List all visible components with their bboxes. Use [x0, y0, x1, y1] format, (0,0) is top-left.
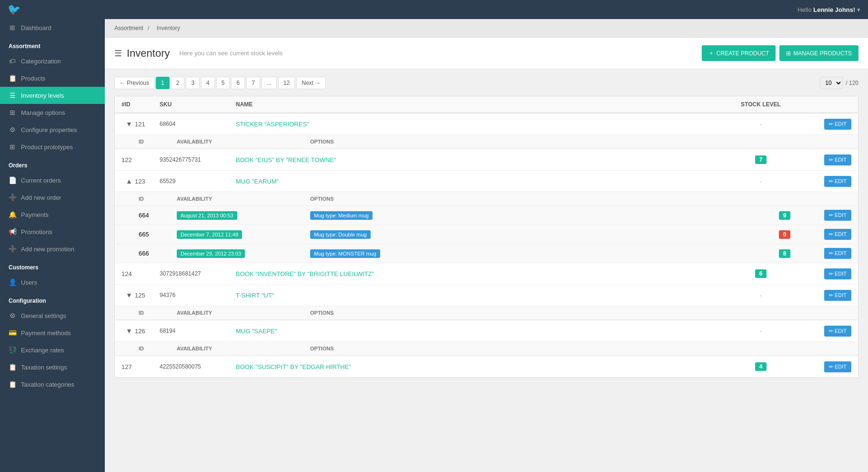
page-btn-12[interactable]: 12: [278, 77, 295, 89]
product-name-124[interactable]: BOOK "INVENTORE" BY "BRIGITTE LUEILWITZ": [236, 270, 718, 277]
expand-btn-126[interactable]: ▼: [123, 325, 135, 337]
sidebar-item-taxation-settings[interactable]: 📋Taxation settings: [0, 359, 105, 376]
product-name-123[interactable]: MUG "EARUM": [236, 178, 718, 185]
sidebar-item-payments[interactable]: 🔔Payments: [0, 206, 105, 223]
edit-button-127[interactable]: ✏ EDIT: [824, 361, 851, 372]
top-bar: 🐦 Hello Lennie Johns! ▾: [0, 0, 868, 19]
breadcrumb: Assortment / Inventory: [105, 19, 868, 38]
user-greeting: Hello Lennie Johns! ▾: [797, 6, 860, 13]
product-main-127: 127 4225520580075 BOOK "SUSCIPIT" BY "ED…: [115, 356, 858, 377]
sub-header-126: ID AVAILABILITY OPTIONS: [115, 342, 858, 356]
stock-level-122: 7: [718, 155, 804, 164]
edit-col-123: ✏ EDIT: [804, 176, 851, 187]
sidebar-item-general-settings[interactable]: ⚙General settings: [0, 307, 105, 324]
edit-button-121[interactable]: ✏ EDIT: [824, 119, 851, 130]
product-main-125: ▼ 125 94376 T-SHIRT "UT" - ✏ EDIT: [115, 285, 858, 306]
sidebar-item-taxation-categories[interactable]: 📋Taxation categories: [0, 376, 105, 393]
sidebar-icon-product-prototypes: ⊞: [9, 143, 16, 151]
edit-button-124[interactable]: ✏ EDIT: [824, 268, 851, 279]
expand-btn-125[interactable]: ▼: [123, 289, 135, 301]
edit-button-123[interactable]: ✏ EDIT: [824, 176, 851, 187]
product-name-126[interactable]: MUG "SAEPE": [236, 328, 718, 335]
prev-page-button[interactable]: ← Previous: [114, 77, 154, 89]
sidebar-item-product-prototypes[interactable]: ⊞Product prototypes: [0, 138, 105, 155]
edit-button-666[interactable]: ✏ EDIT: [824, 248, 851, 259]
product-id-125: ▼ 125: [121, 289, 160, 301]
sidebar-item-add-new-promotion[interactable]: ➕Add new promotion: [0, 240, 105, 257]
list-item: 665 December 7, 2012 11:48 Mug type: Dou…: [115, 225, 858, 244]
sidebar-icon-promotions: 📢: [9, 228, 16, 236]
sidebar-item-current-orders[interactable]: 📄Current orders: [0, 172, 105, 189]
page-btn-2[interactable]: 2: [171, 77, 185, 89]
sidebar-item-dashboard[interactable]: ⊞Dashboard: [0, 19, 105, 36]
sidebar-item-promotions[interactable]: 📢Promotions: [0, 223, 105, 240]
product-main-126: ▼ 126 68194 MUG "SAEPE" - ✏ EDIT: [115, 320, 858, 341]
table-row: ▼ 125 94376 T-SHIRT "UT" - ✏ EDIT ID: [115, 285, 858, 320]
per-page-select[interactable]: 10 25 50: [820, 77, 843, 89]
page-btn-7[interactable]: 7: [246, 77, 260, 89]
sub-stock-666: 8: [766, 249, 804, 258]
sidebar-icon-configure-properties: ⚙: [9, 126, 16, 133]
sub-header-123: ID AVAILABILITY OPTIONS: [115, 192, 858, 206]
edit-button-122[interactable]: ✏ EDIT: [824, 154, 851, 165]
page-btn-4[interactable]: 4: [201, 77, 215, 89]
sub-edit-665: ✏ EDIT: [804, 229, 851, 240]
sidebar-icon-taxation-categories: 📋: [9, 380, 16, 388]
sub-id-665: 665: [139, 231, 177, 238]
stock-level-124: 6: [718, 269, 804, 278]
sidebar-label-exchange-rates: Exchange rates: [21, 347, 64, 354]
sub-stock-664: 9: [766, 211, 804, 220]
sidebar-label-payment-methods: Payment methods: [21, 329, 71, 337]
sidebar-label-categorization: Categorization: [21, 58, 61, 65]
product-name-122[interactable]: BOOK "EIUS" BY "RENEE TOWNE": [236, 156, 718, 164]
edit-col-121: ✏ EDIT: [804, 119, 851, 130]
sidebar-item-configure-properties[interactable]: ⚙Configure properties: [0, 121, 105, 138]
edit-button-126[interactable]: ✏ EDIT: [824, 326, 851, 337]
product-name-121[interactable]: STICKER "ASPERIORES": [236, 121, 718, 128]
col-id: #ID: [121, 101, 160, 108]
sidebar-icon-dashboard: ⊞: [9, 24, 16, 31]
sidebar-icon-general-settings: ⚙: [9, 312, 16, 319]
sidebar-item-exchange-rates[interactable]: 💱Exchange rates: [0, 341, 105, 359]
header-actions: ＋ CREATE PRODUCT ⊞ MANAGE PRODUCTS: [702, 45, 858, 61]
next-page-button[interactable]: Next →: [296, 77, 326, 89]
total-count: / 120: [846, 80, 858, 86]
edit-col-127: ✏ EDIT: [804, 361, 851, 372]
page-btn-3[interactable]: 3: [186, 77, 200, 89]
sidebar-item-add-new-order[interactable]: ➕Add new order: [0, 189, 105, 206]
edit-button-125[interactable]: ✏ EDIT: [824, 290, 851, 301]
sidebar-label-taxation-settings: Taxation settings: [21, 364, 67, 371]
sidebar-item-products[interactable]: 📋Products: [0, 70, 105, 87]
sidebar-icon-payments: 🔔: [9, 211, 16, 218]
list-item: 664 August 21, 2013 00:53 Mug type: Medi…: [115, 206, 858, 225]
sidebar-icon-add-new-order: ➕: [9, 194, 16, 201]
sub-table-125: ID AVAILABILITY OPTIONS: [115, 306, 858, 320]
product-id-121: ▼ 121: [121, 118, 160, 130]
product-name-125[interactable]: T-SHIRT "UT": [236, 292, 718, 299]
edit-col-126: ✏ EDIT: [804, 326, 851, 337]
edit-button-664[interactable]: ✏ EDIT: [824, 210, 851, 221]
sidebar-item-manage-options[interactable]: ⊞Manage options: [0, 104, 105, 121]
sidebar-icon-manage-options: ⊞: [9, 109, 16, 116]
sidebar-item-payment-methods[interactable]: 💳Payment methods: [0, 324, 105, 341]
page-btn-6[interactable]: 6: [231, 77, 245, 89]
sidebar-item-inventory-levels[interactable]: ☰Inventory levels: [0, 87, 105, 104]
sidebar-item-users[interactable]: 👤Users: [0, 274, 105, 291]
breadcrumb-assortment[interactable]: Assortment: [114, 25, 143, 31]
sub-option-666: Mug type: MONSTER mug: [310, 249, 766, 258]
product-name-127[interactable]: BOOK "SUSCIPIT" BY "EDGAR HIRTHE": [236, 363, 718, 370]
stock-level-125: -: [718, 292, 804, 299]
sidebar-item-categorization[interactable]: 🏷Categorization: [0, 52, 105, 70]
sidebar-icon-exchange-rates: 💱: [9, 346, 16, 354]
pagination-bar: ← Previous 1 2 3 4 5 6 7 ... 12 Next → 1…: [114, 77, 858, 89]
expand-btn-121[interactable]: ▼: [123, 118, 135, 130]
edit-button-665[interactable]: ✏ EDIT: [824, 229, 851, 240]
page-btn-1[interactable]: 1: [156, 77, 170, 89]
manage-products-button[interactable]: ⊞ MANAGE PRODUCTS: [779, 45, 858, 61]
sub-option-665: Mug type: Double mug: [310, 230, 766, 239]
expand-btn-123[interactable]: ▲: [123, 175, 135, 187]
product-main-122: 122 9352426775731 BOOK "EIUS" BY "RENEE …: [115, 149, 858, 170]
page-btn-5[interactable]: 5: [216, 77, 230, 89]
edit-col-124: ✏ EDIT: [804, 268, 851, 279]
create-product-button[interactable]: ＋ CREATE PRODUCT: [702, 45, 776, 61]
